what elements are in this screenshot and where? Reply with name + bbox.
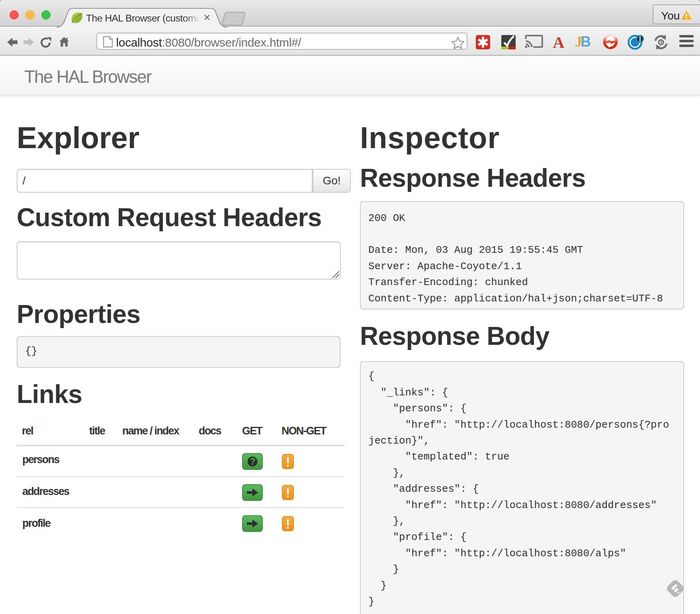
svg-text:?: ?: [250, 456, 255, 467]
